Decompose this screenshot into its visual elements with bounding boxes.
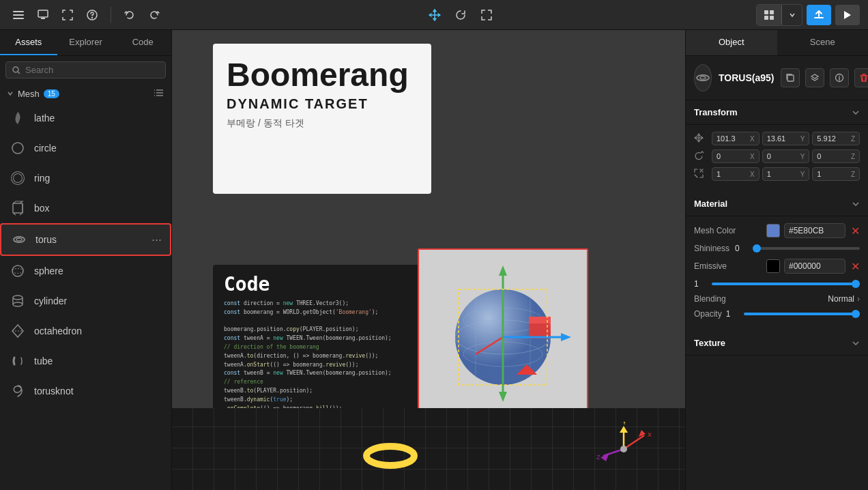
- mesh-color-swatch[interactable]: [766, 224, 780, 237]
- circle-label: circle: [34, 143, 163, 154]
- object-duplicate-button[interactable]: [781, 68, 800, 87]
- code-title: Code: [213, 265, 424, 300]
- redo-button[interactable]: [144, 5, 164, 25]
- pos-x-input[interactable]: 101.3 X: [712, 132, 760, 145]
- torus-label: torus: [35, 234, 145, 245]
- scale-y-input[interactable]: 1 Y: [762, 167, 810, 181]
- material-section-header[interactable]: Material: [686, 192, 868, 216]
- transform-section-header[interactable]: Transform: [686, 100, 868, 125]
- mesh-item-torusknot[interactable]: torusknot: [0, 376, 171, 406]
- mesh-item-torus[interactable]: torus ···: [0, 223, 171, 256]
- object-actions: [781, 68, 868, 87]
- right-panel: Object Scene TORUS(a95): [685, 30, 868, 490]
- boomerang-sub: DYNAMIC TARGET: [213, 93, 431, 115]
- svg-rect-57: [787, 75, 794, 81]
- pos-y-input[interactable]: 13.61 Y: [762, 132, 810, 145]
- svg-rect-15: [13, 203, 23, 213]
- blending-selector[interactable]: Normal ›: [828, 294, 860, 304]
- emissive-delete[interactable]: ✕: [851, 260, 860, 273]
- emissive-color-input[interactable]: [784, 259, 845, 274]
- svg-rect-7: [764, 10, 768, 14]
- tab-code[interactable]: Code: [114, 30, 171, 55]
- floor-torus: [363, 442, 418, 470]
- shininess-slider[interactable]: [753, 247, 860, 250]
- move-button[interactable]: [424, 5, 445, 25]
- svg-marker-48: [620, 426, 628, 433]
- emissive-color-swatch[interactable]: [766, 259, 780, 273]
- opacity-label: Opacity: [694, 309, 722, 319]
- mesh-header[interactable]: Mesh 15: [0, 84, 171, 103]
- svg-point-16: [14, 237, 25, 242]
- help-button[interactable]: [82, 5, 102, 25]
- undo-button[interactable]: [119, 5, 140, 25]
- tab-explorer[interactable]: Explorer: [57, 30, 115, 55]
- svg-marker-36: [499, 265, 507, 276]
- toolbar-sep-1: [111, 7, 111, 23]
- play-button[interactable]: [835, 5, 860, 25]
- emissive-slider[interactable]: [712, 283, 860, 285]
- rot-y-input[interactable]: 0 Y: [762, 149, 810, 163]
- mesh-item-circle[interactable]: circle: [0, 133, 171, 163]
- 3d-object-viewport: [419, 250, 587, 424]
- mesh-item-ring[interactable]: ring: [0, 163, 171, 193]
- refresh-button[interactable]: [450, 5, 471, 25]
- svg-text:X: X: [648, 431, 651, 438]
- torusknot-label: torusknot: [34, 386, 163, 397]
- object-info-button[interactable]: [830, 68, 849, 87]
- mesh-item-sphere[interactable]: sphere: [0, 256, 171, 286]
- opacity-row: Opacity 1: [694, 309, 860, 319]
- scale-x-input[interactable]: 1 X: [712, 167, 760, 181]
- blending-value-text: Normal: [828, 294, 854, 304]
- upload-button[interactable]: [807, 5, 831, 25]
- mesh-count: 15: [44, 89, 59, 98]
- object-header: TORUS(a95): [686, 56, 868, 100]
- mesh-item-cylinder[interactable]: cylinder: [0, 286, 171, 316]
- code-card: Code const direction = new THREE.Vector3…: [213, 265, 424, 429]
- object-layers-button[interactable]: [805, 68, 824, 87]
- layout-button[interactable]: [757, 5, 781, 25]
- tab-scene[interactable]: Scene: [777, 30, 869, 55]
- mesh-item-lathe[interactable]: lathe: [0, 103, 171, 133]
- mesh-item-tube[interactable]: tube: [0, 346, 171, 376]
- tube-icon: [8, 351, 27, 371]
- panel-tabs: Object Scene: [686, 30, 868, 56]
- opacity-slider[interactable]: [744, 313, 860, 315]
- layout-chevron[interactable]: [781, 5, 802, 25]
- texture-chevron-icon: [852, 339, 860, 347]
- rot-z-input[interactable]: 0 Z: [812, 149, 860, 163]
- menu-button[interactable]: [8, 5, 29, 25]
- svg-rect-4: [41, 18, 45, 19]
- ring-label: ring: [34, 173, 163, 184]
- object-delete-button[interactable]: [854, 68, 868, 87]
- scale-z-input[interactable]: 1 Z: [812, 167, 860, 181]
- 3d-selection-area[interactable]: [418, 248, 588, 426]
- svg-point-12: [12, 143, 23, 154]
- toolbar: [0, 0, 868, 30]
- mesh-color-delete[interactable]: ✕: [851, 225, 860, 237]
- shininess-row: Shininess 0: [694, 244, 860, 253]
- svg-point-21: [13, 302, 23, 306]
- monitor-button[interactable]: [33, 5, 53, 25]
- toolbar-history: [119, 5, 164, 25]
- pos-z-input[interactable]: 5.912 Z: [812, 132, 860, 145]
- transform-title: Transform: [694, 107, 738, 117]
- expand-button[interactable]: [57, 5, 78, 25]
- search-input[interactable]: [25, 65, 160, 75]
- tab-assets[interactable]: Assets: [0, 30, 57, 55]
- octahedron-icon: [8, 321, 27, 341]
- shininess-thumb: [753, 244, 761, 253]
- rot-x-input[interactable]: 0 X: [712, 149, 760, 163]
- svg-point-56: [700, 76, 706, 79]
- transform-section-content: 101.3 X 13.61 Y 5.912 Z: [686, 125, 868, 192]
- mesh-item-box[interactable]: box: [0, 193, 171, 223]
- toolbar-center: [170, 5, 751, 25]
- sphere-label: sphere: [34, 265, 163, 276]
- tab-object[interactable]: Object: [686, 30, 777, 55]
- torus-more-button[interactable]: ···: [151, 233, 162, 247]
- texture-section-header[interactable]: Texture: [686, 331, 868, 356]
- mesh-item-octahedron[interactable]: octahedron: [0, 316, 171, 346]
- fullscreen-button[interactable]: [476, 5, 497, 25]
- torusknot-icon: [8, 381, 27, 401]
- viewport-floor: X Y Z: [172, 408, 685, 490]
- mesh-color-input[interactable]: [784, 223, 845, 238]
